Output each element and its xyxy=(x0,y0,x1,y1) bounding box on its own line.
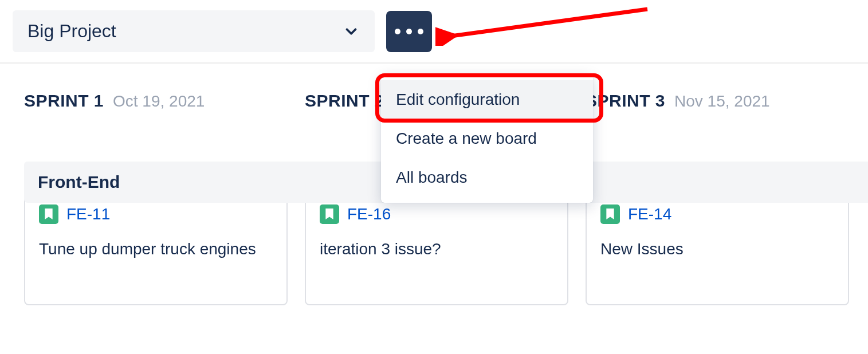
project-selector[interactable]: Big Project xyxy=(13,10,375,52)
sprint-date: Oct 19, 2021 xyxy=(113,92,205,111)
story-icon xyxy=(39,204,58,224)
menu-item-edit-configuration[interactable]: Edit configuration xyxy=(381,80,593,119)
board-options-menu: Edit configuration Create a new board Al… xyxy=(381,74,593,203)
story-icon xyxy=(320,204,339,224)
issue-key[interactable]: FE-16 xyxy=(347,205,391,223)
story-icon xyxy=(600,204,620,224)
sprint-header: SPRINT 3 Nov 15, 2021 xyxy=(586,91,849,111)
more-options-button[interactable] xyxy=(386,11,432,52)
issue-summary: iteration 3 issue? xyxy=(320,238,553,261)
menu-item-label: All boards xyxy=(396,168,468,186)
issue-card[interactable]: FE-14 New Issues xyxy=(586,191,849,305)
project-selector-label: Big Project xyxy=(28,21,116,42)
sprint-header: SPRINT 1 Oct 19, 2021 xyxy=(24,91,288,111)
issue-key[interactable]: FE-11 xyxy=(66,205,110,223)
more-icon xyxy=(395,29,423,34)
issue-key[interactable]: FE-14 xyxy=(628,205,671,223)
group-label: Front-End xyxy=(38,172,120,192)
sprint-title: SPRINT 1 xyxy=(24,91,104,111)
menu-item-label: Create a new board xyxy=(396,129,537,147)
sprint-title: SPRINT 2 xyxy=(305,91,384,111)
menu-item-label: Edit configuration xyxy=(396,91,520,108)
issue-summary: Tune up dumper truck engines xyxy=(39,238,273,261)
sprint-title: SPRINT 3 xyxy=(586,91,665,111)
issue-summary: New Issues xyxy=(600,238,834,261)
issue-card[interactable]: FE-11 Tune up dumper truck engines xyxy=(24,191,288,305)
menu-item-create-board[interactable]: Create a new board xyxy=(381,119,593,158)
sprint-date: Nov 15, 2021 xyxy=(674,92,770,111)
menu-item-all-boards[interactable]: All boards xyxy=(381,158,593,197)
issue-card[interactable]: FE-16 iteration 3 issue? xyxy=(305,191,568,305)
chevron-down-icon xyxy=(343,23,360,40)
